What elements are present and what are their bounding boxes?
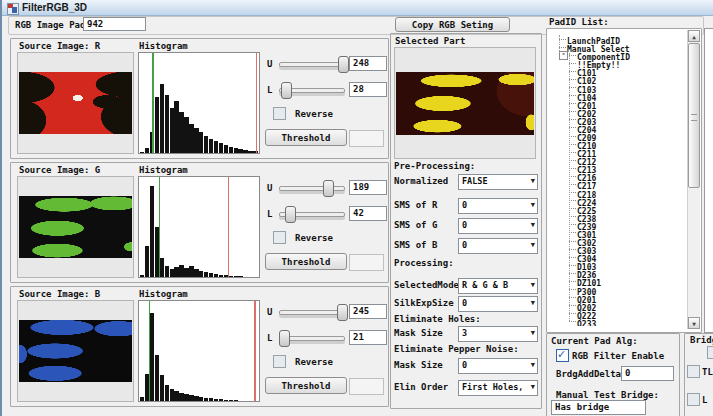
bridge-checkbox-l[interactable]: [687, 393, 700, 406]
copy-rgb-setting-button[interactable]: Copy RGB Seting: [395, 17, 510, 32]
tree-scrollbar[interactable]: ▲ ▼: [687, 30, 700, 329]
param-combo-mask-size[interactable]: 3 ▼: [458, 326, 538, 342]
selected-part-image: [396, 72, 534, 135]
param-combo-silkexpsize[interactable]: 0 ▼: [458, 296, 538, 312]
tree-item-d236[interactable]: D236: [569, 269, 596, 277]
tree-item-empty[interactable]: !!Empty!!: [569, 59, 620, 67]
u-label: U: [267, 59, 272, 69]
scroll-thumb[interactable]: [688, 43, 700, 188]
scroll-up-icon[interactable]: ▲: [688, 30, 700, 42]
selected-part-image-frame: [394, 47, 536, 159]
tree-item-c302[interactable]: C302: [569, 237, 596, 245]
u-value-b[interactable]: 245: [349, 304, 387, 319]
u-value-g[interactable]: 189: [349, 180, 387, 195]
l-slider-g[interactable]: [279, 205, 345, 223]
titlebar[interactable]: FilterRGB_3D: [0, 0, 713, 16]
tree-item-c103[interactable]: C103: [569, 84, 596, 92]
slider-thumb[interactable]: [285, 206, 296, 223]
tree-item-manual-select[interactable]: Manual Select: [559, 43, 630, 51]
manual-test-bridge-field[interactable]: Has bridge: [551, 400, 646, 415]
tree-item-c202[interactable]: C202: [569, 108, 596, 116]
param-combo-elin-order[interactable]: First Holes, ▼: [458, 380, 538, 396]
tree-item-q202[interactable]: Q202: [569, 302, 596, 310]
param-combo-mask-size[interactable]: 0 ▼: [458, 358, 538, 374]
tree-item-q233[interactable]: Q233: [569, 318, 596, 326]
bridge-partial-checkbox[interactable]: [707, 346, 713, 359]
tree-item-c303[interactable]: C303: [569, 245, 596, 253]
tree-item-c225[interactable]: C225: [569, 205, 596, 213]
slider-thumb[interactable]: [338, 56, 349, 73]
tree-item-launchpadid[interactable]: LaunchPadID: [559, 35, 620, 43]
bridge-checkbox-tl[interactable]: [687, 365, 700, 378]
tree-item-q222[interactable]: Q222: [569, 310, 596, 318]
tree-item-c213[interactable]: C213: [569, 164, 596, 172]
rgb-filter-enable-checkbox[interactable]: ✓: [556, 349, 569, 362]
tree-item-c101[interactable]: C101: [569, 67, 596, 75]
l-value-r[interactable]: 28: [349, 82, 387, 97]
tree-item-p300[interactable]: P300: [569, 286, 596, 294]
brdg-add-delta-field[interactable]: 0: [621, 366, 674, 381]
l-slider-r[interactable]: [279, 81, 345, 99]
u-slider-r[interactable]: [279, 55, 345, 73]
param-row: Mask Size 0 ▼: [394, 360, 538, 376]
u-value-r[interactable]: 248: [349, 56, 387, 71]
channel-panel-b: Source Image: B Histogram U 245 L: [10, 286, 389, 407]
param-combo-normalized[interactable]: FALSE ▼: [458, 174, 538, 190]
tree-item-c224[interactable]: C224: [569, 197, 596, 205]
pad-id-field[interactable]: 942: [83, 17, 146, 31]
tree-item-c209[interactable]: C209: [569, 132, 596, 140]
tree-item-c218[interactable]: C218: [569, 189, 596, 197]
reverse-checkbox-r[interactable]: [273, 107, 286, 120]
section-header: Processing:: [394, 258, 454, 268]
scroll-down-icon[interactable]: ▼: [688, 317, 700, 329]
tree-item-c210[interactable]: C210: [569, 140, 596, 148]
l-value-b[interactable]: 21: [349, 330, 387, 345]
tree-item-c304[interactable]: C304: [569, 253, 596, 261]
slider-thumb[interactable]: [281, 82, 292, 99]
bridge-title: Bridge: [690, 335, 713, 345]
param-label-normalized: Normalized: [394, 176, 448, 186]
l-value-g[interactable]: 42: [349, 206, 387, 221]
reverse-checkbox-b[interactable]: [273, 355, 286, 368]
channel-controls-g: U 189 L 42 Reverse Threshold: [263, 163, 386, 282]
u-slider-g[interactable]: [279, 179, 345, 197]
slider-thumb[interactable]: [323, 180, 334, 197]
threshold-button-r[interactable]: Threshold: [265, 129, 347, 146]
tree-item-c211[interactable]: C211: [569, 148, 596, 156]
param-combo-selectedmode[interactable]: R & G & B ▼: [458, 278, 538, 294]
padid-tree: LaunchPadIDManual Select-ComponentID!!Em…: [546, 28, 702, 333]
histogram-label: Histogram: [139, 41, 188, 51]
tree-item-c216[interactable]: C216: [569, 172, 596, 180]
threshold-button-b[interactable]: Threshold: [265, 377, 347, 394]
param-row: SMS of B 0 ▼: [394, 240, 538, 256]
manual-test-bridge-label: Manual Test Bridge:: [556, 390, 659, 400]
u-slider-b[interactable]: [279, 303, 345, 321]
param-combo-sms-of-b[interactable]: 0 ▼: [458, 238, 538, 254]
threshold-result-box-b: [349, 378, 384, 395]
threshold-button-g[interactable]: Threshold: [265, 253, 347, 270]
reverse-checkbox-g[interactable]: [273, 231, 286, 244]
reverse-label: Reverse: [295, 109, 333, 119]
tree-item-c104[interactable]: C104: [569, 92, 596, 100]
tree-item-dz101[interactable]: DZ101: [569, 277, 601, 285]
chevron-down-icon: ▼: [531, 177, 535, 186]
tree-item-d103[interactable]: D103: [569, 261, 596, 269]
tree-item-c212[interactable]: C212: [569, 156, 596, 164]
param-combo-sms-of-g[interactable]: 0 ▼: [458, 218, 538, 234]
tree-item-c203[interactable]: C203: [569, 116, 596, 124]
tree-item-c238[interactable]: C238: [569, 213, 596, 221]
tree-item-q201[interactable]: Q201: [569, 294, 596, 302]
chevron-down-icon: ▼: [531, 221, 535, 230]
window-frame-edge: [0, 0, 2, 416]
param-row: SelectedMode R & G & B ▼: [394, 280, 538, 296]
param-combo-sms-of-r[interactable]: 0 ▼: [458, 198, 538, 214]
tree-item-c239[interactable]: C239: [569, 221, 596, 229]
tree-item-c201[interactable]: C201: [569, 100, 596, 108]
slider-thumb[interactable]: [337, 304, 348, 321]
tree-item-c204[interactable]: C204: [569, 124, 596, 132]
tree-item-c102[interactable]: C102: [569, 75, 596, 83]
slider-thumb[interactable]: [279, 330, 290, 347]
tree-item-c217[interactable]: C217: [569, 180, 596, 188]
tree-item-c301[interactable]: C301: [569, 229, 596, 237]
l-slider-b[interactable]: [279, 329, 345, 347]
